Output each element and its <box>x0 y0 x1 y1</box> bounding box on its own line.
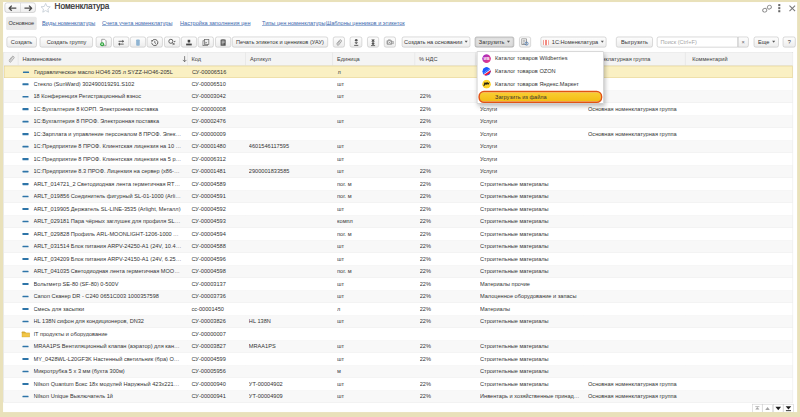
svg-text:WB: WB <box>484 57 490 61</box>
